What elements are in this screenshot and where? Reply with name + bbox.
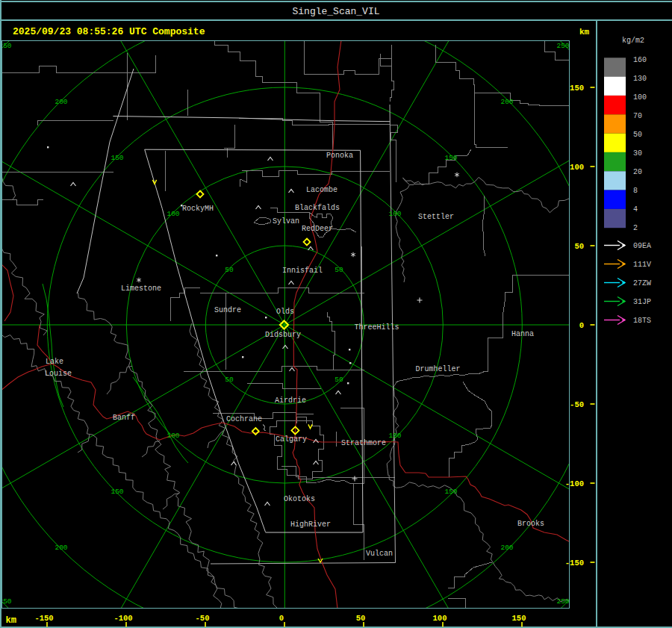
svg-text:-150: -150 xyxy=(34,614,53,623)
svg-text:Stettler: Stettler xyxy=(418,213,454,221)
svg-text:Calgary: Calgary xyxy=(276,435,307,444)
svg-text:100: 100 xyxy=(167,210,179,218)
svg-text:Okotoks: Okotoks xyxy=(284,495,315,503)
svg-text:Airdrie: Airdrie xyxy=(275,397,306,405)
svg-text:Limestone: Limestone xyxy=(121,285,161,293)
svg-text:50: 50 xyxy=(356,614,366,623)
svg-text:Drumheller: Drumheller xyxy=(416,365,461,373)
svg-text:Sylvan: Sylvan xyxy=(273,217,299,226)
svg-text:50: 50 xyxy=(225,266,234,274)
svg-text:100: 100 xyxy=(633,93,647,102)
svg-text:-150: -150 xyxy=(565,559,584,568)
svg-text:50: 50 xyxy=(633,131,642,139)
svg-text:50: 50 xyxy=(335,376,343,384)
svg-text:Vulcan: Vulcan xyxy=(366,550,393,558)
svg-text:150: 150 xyxy=(512,614,526,623)
svg-text:kg/m2: kg/m2 xyxy=(622,37,644,45)
svg-text:31JP: 31JP xyxy=(633,298,651,306)
svg-text:09EA: 09EA xyxy=(633,242,651,250)
svg-text:160: 160 xyxy=(633,56,647,64)
svg-text:ThreeHills: ThreeHills xyxy=(355,323,399,332)
svg-text:Olds: Olds xyxy=(276,308,294,316)
svg-text:2025/09/23 08:55:26 UTC Compos: 2025/09/23 08:55:26 UTC Composite xyxy=(13,26,205,37)
svg-text:200: 200 xyxy=(500,544,513,552)
svg-text:70: 70 xyxy=(633,112,642,120)
svg-text:250: 250 xyxy=(556,42,569,50)
svg-text:100: 100 xyxy=(167,432,179,440)
svg-text:150: 150 xyxy=(111,488,123,496)
svg-text:-100: -100 xyxy=(113,614,132,623)
svg-text:RockyMH: RockyMH xyxy=(182,205,214,213)
svg-text:50: 50 xyxy=(574,242,584,251)
svg-text:27ZW: 27ZW xyxy=(633,279,651,287)
svg-text:Sundre: Sundre xyxy=(214,306,241,314)
svg-text:100: 100 xyxy=(433,614,447,623)
svg-text:30: 30 xyxy=(633,149,642,158)
svg-text:0: 0 xyxy=(279,614,284,623)
svg-text:150: 150 xyxy=(444,154,457,162)
svg-text:2: 2 xyxy=(633,224,638,232)
svg-text:Lacombe: Lacombe xyxy=(306,186,337,194)
svg-text:200: 200 xyxy=(500,98,513,106)
svg-text:Lake: Lake xyxy=(46,358,63,366)
svg-text:0: 0 xyxy=(579,321,584,330)
svg-text:Blackfalds: Blackfalds xyxy=(295,204,340,212)
svg-text:Innisfail: Innisfail xyxy=(282,267,323,275)
svg-text:100: 100 xyxy=(388,210,401,218)
svg-text:20: 20 xyxy=(633,168,642,176)
svg-text:Brooks: Brooks xyxy=(517,520,544,528)
svg-text:100: 100 xyxy=(570,163,584,172)
svg-text:50: 50 xyxy=(335,266,343,274)
svg-text:18TS: 18TS xyxy=(633,317,651,325)
svg-text:Hanna: Hanna xyxy=(511,330,534,338)
svg-text:-100: -100 xyxy=(565,479,584,488)
svg-text:Strathmore: Strathmore xyxy=(341,439,386,447)
svg-text:Cochrane: Cochrane xyxy=(226,415,262,423)
svg-text:200: 200 xyxy=(55,98,67,106)
svg-text:250: 250 xyxy=(556,597,569,606)
svg-text:-50: -50 xyxy=(196,614,210,623)
svg-text:150: 150 xyxy=(444,488,457,496)
svg-text:111V: 111V xyxy=(633,261,651,269)
svg-text:km: km xyxy=(579,28,590,37)
svg-text:-50: -50 xyxy=(570,400,584,409)
svg-text:km: km xyxy=(6,615,16,626)
svg-text:8: 8 xyxy=(633,187,638,195)
svg-text:130: 130 xyxy=(633,75,647,83)
svg-text:RedDeer: RedDeer xyxy=(302,225,333,233)
svg-text:Louise: Louise xyxy=(45,370,72,378)
svg-text:200: 200 xyxy=(55,544,67,552)
svg-text:150: 150 xyxy=(570,84,584,93)
svg-text:Ponoka: Ponoka xyxy=(326,152,353,160)
svg-text:100: 100 xyxy=(388,432,401,440)
svg-text:HighRiver: HighRiver xyxy=(290,520,331,529)
svg-text:50: 50 xyxy=(225,376,234,384)
svg-text:150: 150 xyxy=(111,154,123,162)
svg-text:Banff: Banff xyxy=(113,414,135,422)
svg-text:Single_Scan_VIL: Single_Scan_VIL xyxy=(292,6,379,17)
svg-text:Didsbury: Didsbury xyxy=(265,331,301,339)
svg-text:4: 4 xyxy=(633,205,638,214)
